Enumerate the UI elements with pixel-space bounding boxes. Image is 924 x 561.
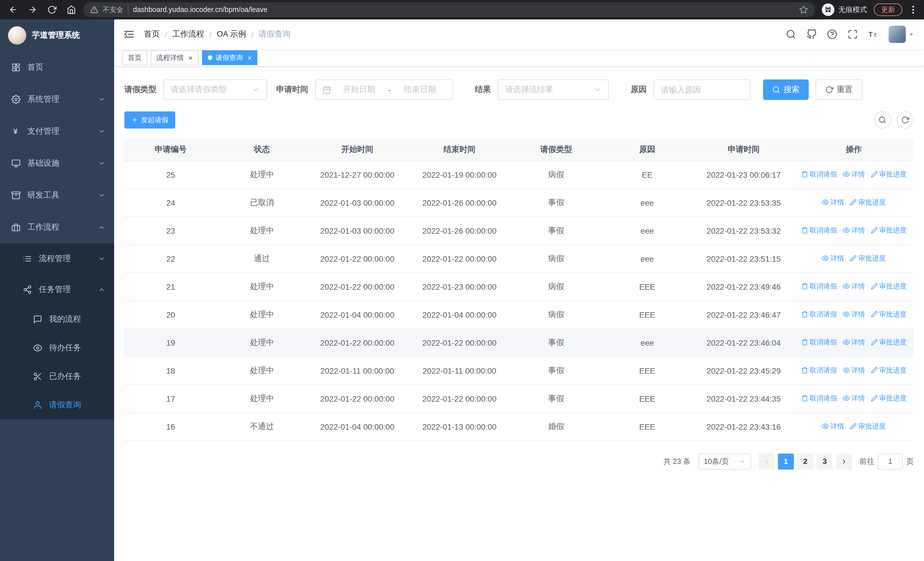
next-page-button[interactable]	[836, 453, 852, 469]
page-content: 请假类型 请选择请假类型 申请时间 开始日期 - 结束日期 结果 请选择流	[114, 67, 924, 561]
cell-status: 已取消	[217, 188, 307, 217]
sidebar-item-payment[interactable]: ¥支付管理	[0, 116, 114, 147]
cell-start-time: 2022-01-04 00:00:00	[307, 301, 408, 328]
sidebar-item-process-mgmt[interactable]: 流程管理	[0, 244, 114, 274]
action-approval-progress[interactable]: 审批进度	[850, 254, 886, 263]
breadcrumb-item[interactable]: 首页	[144, 29, 160, 39]
action-cancel-leave[interactable]: 取消请假	[801, 394, 837, 403]
tab-home[interactable]: 首页	[122, 50, 147, 65]
cell-status: 处理中	[217, 328, 307, 356]
avatar-caret-icon[interactable]	[908, 31, 915, 38]
page-button-3[interactable]: 3	[817, 453, 832, 469]
goto-page-input[interactable]	[878, 453, 903, 469]
prev-page-button[interactable]	[759, 453, 774, 469]
leave-table: 申请编号状态开始时间结束时间请假类型原因申请时间操作 25处理中2021-12-…	[124, 139, 914, 441]
close-icon[interactable]: ×	[188, 54, 193, 62]
sidebar-item-task-mgmt[interactable]: 任务管理	[0, 274, 114, 305]
user-avatar[interactable]	[889, 26, 906, 43]
sidebar-toggle-icon[interactable]	[123, 29, 135, 40]
action-approval-progress[interactable]: 审批进度	[871, 226, 907, 235]
action-approval-progress[interactable]: 审批进度	[850, 198, 886, 208]
action-approval-progress[interactable]: 审批进度	[871, 310, 907, 319]
cell-apply-time: 2022-01-22 23:51:15	[693, 245, 794, 272]
search-button[interactable]: 搜索	[763, 80, 809, 100]
action-cancel-leave[interactable]: 取消请假	[801, 282, 837, 291]
action-label: 取消请假	[810, 310, 837, 319]
sidebar-item-leave-query[interactable]: 请假查询	[0, 391, 114, 419]
help-icon[interactable]	[827, 29, 837, 39]
create-leave-button[interactable]: 发起请假	[124, 111, 175, 129]
result-select[interactable]: 请选择流结果	[498, 80, 609, 100]
action-detail[interactable]: 详情	[822, 254, 844, 263]
browser-forward-icon[interactable]	[25, 2, 40, 17]
page-button-2[interactable]: 2	[797, 453, 813, 469]
action-cancel-leave[interactable]: 取消请假	[801, 365, 837, 375]
reason-input[interactable]	[654, 80, 750, 100]
sidebar-item-system[interactable]: 系统管理	[0, 83, 114, 116]
action-approval-progress[interactable]: 审批进度	[850, 422, 886, 431]
action-detail[interactable]: 详情	[843, 282, 865, 291]
tab-process-detail[interactable]: 流程详情×	[151, 50, 198, 65]
search-icon	[878, 116, 886, 124]
app-logo[interactable]: 芋道管理系统	[0, 20, 114, 51]
action-detail[interactable]: 详情	[843, 226, 865, 235]
chrome-update-button[interactable]: 更新	[874, 3, 902, 16]
action-detail[interactable]: 详情	[822, 422, 844, 431]
action-detail[interactable]: 详情	[822, 198, 844, 208]
cell-apply-id: 16	[124, 412, 217, 441]
sidebar-item-my-process[interactable]: 我的流程	[0, 305, 114, 334]
reset-button[interactable]: 重置	[816, 80, 862, 100]
apply-time-range-picker[interactable]: 开始日期 - 结束日期	[315, 80, 453, 100]
browser-menu-icon[interactable]	[908, 5, 918, 15]
breadcrumb-item[interactable]: OA 示例	[217, 29, 246, 39]
chevron-down-icon	[98, 192, 105, 199]
sidebar-item-workflow[interactable]: 工作流程	[0, 211, 114, 244]
edit-icon	[850, 423, 856, 430]
page-size-select[interactable]: 10条/页	[699, 453, 751, 469]
sidebar-item-home[interactable]: 首页	[0, 51, 114, 83]
action-cancel-leave[interactable]: 取消请假	[801, 226, 837, 235]
action-approval-progress[interactable]: 审批进度	[871, 365, 907, 375]
action-approval-progress[interactable]: 审批进度	[871, 338, 907, 347]
github-icon[interactable]	[806, 29, 817, 39]
action-label: 取消请假	[810, 365, 837, 375]
result-placeholder: 请选择流结果	[505, 84, 553, 95]
search-icon[interactable]	[786, 29, 796, 39]
column-header: 申请时间	[693, 139, 794, 161]
action-cancel-leave[interactable]: 取消请假	[801, 310, 837, 319]
toggle-search-button[interactable]	[874, 111, 891, 129]
tab-leave-query[interactable]: 请假查询×	[202, 50, 257, 65]
action-approval-progress[interactable]: 审批进度	[871, 170, 907, 179]
bookmark-star-icon[interactable]	[799, 5, 808, 14]
breadcrumb-item[interactable]: 工作流程	[172, 29, 204, 39]
cell-apply-time: 2022-01-22 23:53:35	[693, 188, 794, 217]
sidebar-item-devtools[interactable]: 研发工具	[0, 179, 114, 211]
action-detail[interactable]: 详情	[843, 365, 865, 375]
leave-type-select[interactable]: 请选择请假类型	[163, 80, 267, 100]
action-detail[interactable]: 详情	[843, 310, 865, 319]
browser-back-icon[interactable]	[6, 2, 21, 17]
close-icon[interactable]: ×	[248, 54, 252, 62]
address-bar[interactable]: 不安全 dashboard.yudao.iocoder.cn/bpm/oa/le…	[83, 2, 815, 17]
action-cancel-leave[interactable]: 取消请假	[801, 338, 837, 347]
sidebar-item-todo-tasks[interactable]: 待办任务	[0, 334, 114, 362]
result-label: 结果	[475, 84, 491, 95]
action-detail[interactable]: 详情	[843, 338, 865, 347]
action-label: 详情	[830, 198, 844, 208]
action-detail[interactable]: 详情	[843, 394, 865, 403]
sidebar-item-done-tasks[interactable]: 已办任务	[0, 362, 114, 391]
breadcrumb-separator: /	[165, 30, 167, 39]
browser-reload-icon[interactable]	[45, 2, 59, 17]
sidebar-item-infrastructure[interactable]: 基础设施	[0, 147, 114, 179]
action-cancel-leave[interactable]: 取消请假	[801, 170, 837, 179]
action-detail[interactable]: 详情	[843, 170, 865, 179]
refresh-table-button[interactable]	[897, 111, 914, 129]
cell-reason: eee	[601, 245, 693, 272]
action-approval-progress[interactable]: 审批进度	[871, 394, 907, 403]
page-button-1[interactable]: 1	[778, 453, 794, 469]
font-size-icon[interactable]: TT	[868, 29, 878, 39]
browser-home-icon[interactable]	[64, 2, 79, 17]
action-approval-progress[interactable]: 审批进度	[871, 282, 907, 291]
fullscreen-icon[interactable]	[848, 29, 858, 39]
navbar-tools: TT	[786, 29, 878, 39]
